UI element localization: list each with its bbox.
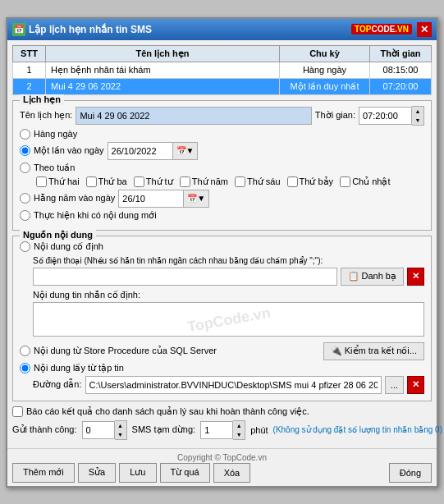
- hang-ngay-row: Hàng ngày: [20, 129, 424, 140]
- xoa-button[interactable]: Xóa: [213, 463, 251, 483]
- hang-nam-radio[interactable]: [20, 193, 30, 204]
- gui-tc-down[interactable]: ▼: [115, 430, 126, 439]
- weekday-checkbox-1[interactable]: [86, 176, 97, 187]
- gui-tc-up[interactable]: ▲: [115, 421, 126, 430]
- weekday-item: Chủ nhật: [340, 176, 390, 187]
- cell-stt: 2: [13, 78, 46, 94]
- mot-lan-date-input[interactable]: [108, 142, 173, 160]
- thuc-hien-row: Thực hiện khi có nội dung mới: [20, 210, 424, 221]
- weekday-item: Thứ tư: [134, 176, 173, 187]
- mot-lan-label: Một lần vào ngày: [34, 145, 104, 156]
- noi-dung-co-dinh-radio[interactable]: [20, 241, 30, 252]
- table-row[interactable]: 1 Hẹn bệnh nhân tái khám Hàng ngày 08:15…: [13, 62, 432, 78]
- close-button[interactable]: ✕: [417, 22, 432, 37]
- danh-ba-button[interactable]: 📋 Danh bạ: [341, 268, 404, 286]
- noi-dung-co-dinh-label: Nội dung cố định: [34, 241, 103, 252]
- mot-lan-calendar-btn[interactable]: 📅▼: [173, 142, 199, 160]
- weekday-item: Thứ bảy: [287, 176, 334, 187]
- noi-dung-co-dinh-row: Nội dung cố định: [20, 241, 424, 252]
- sms-tam-down[interactable]: ▼: [233, 430, 245, 439]
- ket-noi-icon: 🔌: [331, 346, 342, 356]
- luu-button[interactable]: Lưu: [119, 463, 156, 483]
- so-dt-label: Số điện thoại (Nhều số hắn tin nhắn ngăn…: [33, 256, 323, 265]
- weekday-checkbox-0[interactable]: [36, 176, 47, 187]
- store-proc-radio[interactable]: [20, 346, 30, 356]
- col-header-chu: Chu kỳ: [280, 45, 370, 62]
- thoi-gian-up[interactable]: ▲: [412, 107, 423, 116]
- gui-tc-input[interactable]: [82, 421, 115, 439]
- weekday-checkbox-6[interactable]: [340, 176, 350, 187]
- them-moi-button[interactable]: Thêm mới: [12, 463, 75, 483]
- col-header-ten: Tên lịch hẹn: [46, 45, 280, 62]
- lich-hen-group: Lịch hẹn Tên lịch hẹn: Thời gian: ▲ ▼ Hà: [12, 100, 432, 231]
- weekday-item: Thứ năm: [180, 176, 228, 187]
- main-window: 📅 Lập lịch hẹn nhắn tin SMS TOPCODE.VN ✕…: [6, 17, 438, 488]
- weekday-checkbox-4[interactable]: [235, 176, 245, 187]
- sms-tam-up[interactable]: ▲: [233, 421, 245, 430]
- weekday-item: Thứ hai: [36, 176, 80, 187]
- bao-cao-checkbox[interactable]: [12, 406, 23, 417]
- weekday-item: Thứ ba: [86, 176, 127, 187]
- hang-nam-date-input[interactable]: [118, 190, 184, 208]
- weekdays-container: Thứ hai Thứ ba Thứ tư Thứ năm Thứ sáu Th…: [36, 176, 391, 187]
- bottom-bar: Copyright © TopCode.vn Thêm mới Sửa Lưu …: [7, 448, 437, 486]
- window-title: Lập lịch hẹn nhắn tin SMS: [29, 24, 152, 35]
- copyright-text: Copyright © TopCode.vn: [177, 453, 267, 462]
- hang-ngay-radio[interactable]: [20, 129, 30, 140]
- table-row[interactable]: 2 Mui 4 29 06 2022 Một lần duy nhất 07:2…: [13, 78, 432, 94]
- danh-ba-icon: 📋: [348, 271, 359, 282]
- so-dt-input[interactable]: [33, 268, 337, 286]
- weekday-label: Chủ nhật: [352, 176, 390, 187]
- filepath-input[interactable]: [85, 376, 382, 394]
- ten-lich-hen-label: Tên lịch hẹn:: [20, 110, 72, 121]
- sms-tam-spinner: ▲ ▼: [200, 420, 245, 440]
- thuc-hien-radio[interactable]: [20, 210, 30, 221]
- sms-tam-input[interactable]: [200, 421, 233, 439]
- ket-noi-button[interactable]: 🔌 Kiểm tra kết nối...: [323, 342, 424, 360]
- gui-tc-spinner: ▲ ▼: [82, 420, 127, 440]
- so-dt-row: 📋 Danh bạ ✕: [33, 268, 424, 286]
- thoi-gian-down[interactable]: ▼: [412, 116, 423, 125]
- clear-so-dt-button[interactable]: ✕: [407, 268, 424, 286]
- nguon-noi-dung-label: Nguồn nội dung: [20, 230, 96, 241]
- weekday-label: Thứ ba: [98, 176, 127, 187]
- topcode-logo: TOPCODE.VN: [351, 24, 412, 34]
- tap-tin-radio[interactable]: [20, 363, 30, 373]
- cell-chu: Một lần duy nhất: [280, 78, 370, 94]
- sms-tam-label: SMS tạm dừng:: [132, 424, 196, 435]
- thoi-gian-input[interactable]: [359, 107, 412, 125]
- mot-lan-radio[interactable]: [20, 145, 30, 156]
- ten-lich-hen-input[interactable]: [76, 107, 311, 125]
- mot-lan-row: Một lần vào ngày 📅▼: [20, 142, 424, 160]
- weekday-checkbox-2[interactable]: [134, 176, 144, 187]
- store-proc-row: Nội dung từ Store Procedure của SQL Serv…: [20, 342, 424, 360]
- weekday-label: Thứ sáu: [247, 176, 281, 187]
- cell-chu: Hàng ngày: [280, 62, 370, 78]
- weekday-checkbox-5[interactable]: [287, 176, 298, 187]
- note-label: (Không sử dụng đặt số lượng tin nhắn bằn…: [273, 425, 442, 434]
- dong-button[interactable]: Đóng: [389, 463, 432, 483]
- weekday-checkbox-3[interactable]: [180, 176, 190, 187]
- noi-dung-textarea[interactable]: [33, 302, 424, 337]
- duong-dan-label: Đường dẫn:: [33, 379, 82, 390]
- tap-tin-label: Nội dung lấy từ tập tin: [34, 363, 124, 373]
- col-header-tg: Thời gian: [370, 45, 432, 62]
- cell-ten: Hẹn bệnh nhân tái khám: [46, 62, 280, 78]
- hang-nam-calendar-btn[interactable]: 📅▼: [184, 190, 209, 208]
- browse-button[interactable]: ...: [385, 376, 404, 394]
- cell-tg: 07:20:00: [370, 78, 432, 94]
- clear-filepath-button[interactable]: ✕: [407, 376, 424, 394]
- schedule-table: STT Tên lịch hẹn Chu kỳ Thời gian 1 Hẹn …: [12, 45, 432, 95]
- hang-ngay-label: Hàng ngày: [34, 129, 77, 139]
- cell-stt: 1: [13, 62, 46, 78]
- noi-dung-cd-label: Nội dung tin nhắn cố định:: [33, 290, 140, 300]
- weekday-item: Thứ sáu: [235, 176, 281, 187]
- theo-tuan-radio[interactable]: [20, 163, 30, 173]
- copyright-bar: Copyright © TopCode.vn: [12, 452, 432, 463]
- sua-button[interactable]: Sửa: [78, 463, 116, 483]
- gui-tc-label: Gửi thành công:: [12, 424, 77, 435]
- bao-cao-row: Báo cáo kết quả cho danh sách quản lý sa…: [12, 406, 432, 417]
- lich-hen-group-label: Lịch hẹn: [20, 94, 64, 105]
- tu-qua-button[interactable]: Từ quá: [160, 463, 210, 483]
- cell-ten: Mui 4 29 06 2022: [46, 78, 280, 94]
